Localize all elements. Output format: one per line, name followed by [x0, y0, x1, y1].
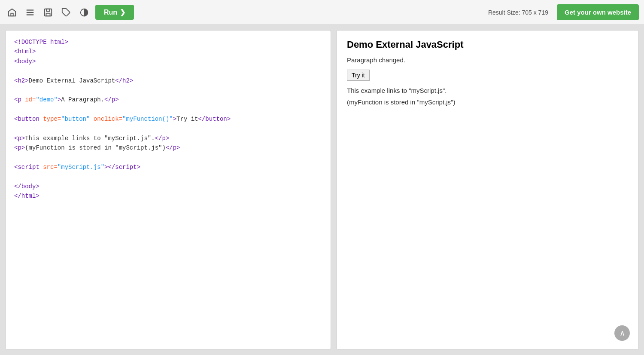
- code-line-1: <!DOCTYPE html>: [14, 37, 322, 47]
- preview-note1: This example links to "myScript.js".: [347, 87, 628, 94]
- code-blank-4: [14, 124, 322, 134]
- svg-rect-0: [11, 13, 13, 15]
- code-line-6: <button type="button" onclick="myFunctio…: [14, 114, 322, 124]
- code-line-9: <script src="myScript.js"></script>: [14, 162, 322, 172]
- svg-rect-5: [46, 9, 49, 11]
- get-website-button[interactable]: Get your own website: [557, 4, 639, 20]
- main-content: <!DOCTYPE html> <html> <body> <h2>Demo E…: [0, 25, 644, 355]
- code-line-2: <html>: [14, 47, 322, 56]
- preview-paragraph: Paragraph changed.: [347, 56, 628, 64]
- code-blank-6: [14, 172, 322, 181]
- code-line-5: <p id="demo">A Paragraph.</p>: [14, 95, 322, 104]
- code-line-8: <p>(myFunction is stored in "myScript.js…: [14, 143, 322, 153]
- preview-note2: (myFunction is stored in "myScript.js"): [347, 98, 628, 106]
- code-blank-5: [14, 153, 322, 162]
- home-icon[interactable]: [5, 6, 19, 19]
- tag-icon[interactable]: [59, 6, 73, 19]
- svg-rect-6: [46, 13, 50, 15]
- preview-try-button[interactable]: Try it: [347, 70, 370, 81]
- result-size: Result Size: 705 x 719: [488, 9, 548, 16]
- menu-icon[interactable]: [23, 6, 37, 19]
- preview-panel: Demo External JavaScript Paragraph chang…: [336, 30, 639, 350]
- code-line-11: </html>: [14, 191, 322, 201]
- toolbar: Run ❯ Result Size: 705 x 719 Get your ow…: [0, 0, 644, 25]
- code-line-7: <p>This example links to "myScript.js".<…: [14, 134, 322, 143]
- preview-title: Demo External JavaScript: [347, 39, 628, 50]
- code-blank-2: [14, 86, 322, 95]
- code-line-3: <body>: [14, 57, 322, 66]
- code-line-4: <h2>Demo External JavaScript</h2>: [14, 76, 322, 86]
- run-arrow-icon: ❯: [120, 8, 125, 16]
- code-blank-3: [14, 105, 322, 114]
- run-button[interactable]: Run ❯: [95, 5, 134, 20]
- code-line-10: </body>: [14, 182, 322, 191]
- save-icon[interactable]: [41, 6, 55, 19]
- contrast-icon[interactable]: [77, 6, 91, 19]
- svg-rect-4: [45, 9, 52, 16]
- scroll-top-button[interactable]: ∧: [614, 325, 630, 341]
- code-blank-1: [14, 66, 322, 76]
- run-label: Run: [104, 9, 117, 16]
- editor-panel[interactable]: <!DOCTYPE html> <html> <body> <h2>Demo E…: [5, 30, 331, 350]
